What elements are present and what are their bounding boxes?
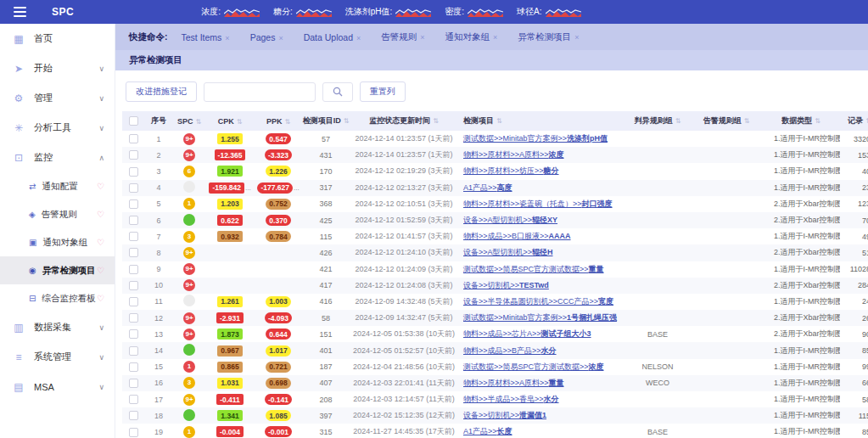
row-checkbox[interactable] — [129, 428, 138, 437]
project-link[interactable]: 测试数据>>简易SPC官方测试数据>>浓度 — [463, 362, 604, 371]
reset-columns-button[interactable]: 重置列 — [360, 81, 406, 102]
project-link[interactable]: 物料>>成品>>芯片A>>测试子组大小3 — [463, 329, 591, 338]
sort-icon[interactable]: ⇅ — [284, 118, 290, 126]
search-input[interactable] — [204, 82, 316, 102]
row-checkbox[interactable] — [129, 167, 138, 177]
sidebar-subitem-anomaly-detection[interactable]: ◉ 异常检测项目 ♡ — [0, 256, 115, 284]
quick-command-tab[interactable]: Test Items × — [182, 32, 230, 42]
hamburger-menu-icon[interactable] — [14, 7, 26, 17]
sort-icon[interactable]: ⇅ — [433, 117, 439, 125]
sidebar-subitem-notify-group[interactable]: ▣ 通知对象组 ♡ — [0, 228, 115, 256]
column-header[interactable]: SPC⇅ — [173, 111, 205, 131]
column-header-label: 数据类型 — [781, 116, 812, 125]
column-header[interactable]: 检测项目ID⇅ — [302, 111, 350, 131]
row-checkbox[interactable] — [129, 216, 138, 225]
row-checkbox[interactable] — [129, 395, 138, 404]
close-icon[interactable]: × — [493, 33, 497, 42]
quick-command-tab[interactable]: 告警规则 × — [381, 31, 424, 43]
project-link[interactable]: 物料>>半成品>>香皂>>水分 — [463, 395, 559, 403]
close-icon[interactable]: × — [356, 34, 361, 42]
column-header[interactable]: 检测项目⇅ — [458, 111, 624, 131]
row-checkbox[interactable] — [129, 281, 138, 290]
project-link[interactable]: 测试数据>>Minitab官方案例>>洗涤剂pH值 — [463, 134, 608, 143]
project-link[interactable]: 物料>>成品>>B口服液>>AAAA — [463, 232, 571, 240]
row-checkbox[interactable] — [129, 265, 138, 274]
close-icon[interactable]: × — [420, 33, 424, 42]
sidebar-item-data-collection[interactable]: ▥ 数据采集 ∨ — [0, 312, 115, 342]
row-checkbox[interactable] — [129, 411, 138, 420]
sort-icon[interactable]: ⇅ — [344, 117, 350, 125]
column-header[interactable]: 监控状态更新时间⇅ — [350, 111, 458, 131]
row-checkbox[interactable] — [129, 199, 138, 209]
project-link[interactable]: 物料>>原材料>>A原料>>重量 — [463, 379, 564, 387]
column-header[interactable]: 记录⇅ — [840, 111, 868, 131]
row-checkbox[interactable] — [129, 297, 138, 306]
project-link[interactable]: 设备>>半导体晶圆切割机>>CCC产品>>宽度 — [463, 297, 613, 306]
row-checkbox[interactable] — [129, 150, 138, 160]
column-header[interactable]: PPK⇅ — [255, 111, 302, 131]
sidebar-subitem-alert-rules[interactable]: ◈ 告警规则 ♡ — [0, 200, 115, 228]
project-link[interactable]: 设备>>A型切割机>>辊径XY — [463, 216, 557, 224]
sidebar-subitem-monitor-dashboard[interactable]: ⊟ 综合监控看板 ♡ — [0, 284, 115, 312]
sort-icon[interactable]: ⇅ — [815, 117, 820, 125]
sidebar-item-monitoring[interactable]: ⊡ 监控 ∧ — [0, 143, 115, 172]
row-checkbox[interactable] — [129, 313, 138, 323]
search-button[interactable] — [322, 82, 353, 102]
sort-icon[interactable]: ⇅ — [675, 117, 681, 125]
status-update-time: 2024-12-04 21:48:56 (10天前) — [350, 359, 458, 375]
favorite-heart-icon[interactable]: ♡ — [97, 294, 104, 303]
sidebar-item-msa[interactable]: ▤ MSA ∨ — [0, 372, 115, 402]
row-checkbox[interactable] — [129, 134, 138, 143]
select-all-checkbox[interactable] — [129, 116, 138, 126]
quick-command-tab[interactable]: Data Upload × — [304, 32, 361, 42]
project-link[interactable]: 设备>>A型切割机>>辊径H — [463, 248, 553, 256]
favorite-heart-icon[interactable]: ♡ — [97, 182, 104, 191]
project-link[interactable]: 测试数据>>简易SPC官方测试数据>>重量 — [463, 265, 604, 273]
sidebar-item-analysis-tools[interactable]: ✳ 分析工具 ∨ — [0, 113, 115, 143]
project-name: AAAA — [549, 232, 571, 240]
column-header[interactable]: 数据类型⇅ — [762, 111, 840, 131]
row-checkbox[interactable] — [129, 346, 138, 356]
close-icon[interactable]: × — [574, 33, 579, 42]
project-link[interactable]: 物料>>成品>>B产品>>水分 — [463, 346, 557, 355]
sidebar-item-home[interactable]: ▦ 首页 — [0, 24, 115, 53]
project-link[interactable]: A1产品>>高度 — [463, 183, 512, 192]
column-header[interactable]: 序号 — [144, 111, 173, 131]
improvement-register-button[interactable]: 改进措施登记 — [126, 81, 197, 102]
sort-icon[interactable]: ⇅ — [744, 117, 750, 125]
column-header[interactable]: CPK⇅ — [205, 111, 255, 131]
close-icon[interactable]: × — [278, 34, 283, 42]
project-link[interactable]: 物料>>原材料>>纺压>>糖分 — [463, 166, 559, 175]
sidebar-item-system-management[interactable]: ≡ 系统管理 ∨ — [0, 342, 115, 372]
sidebar-item-manage[interactable]: ⚙ 管理 ∨ — [0, 83, 115, 113]
column-header[interactable]: 告警规则组⇅ — [691, 111, 762, 131]
close-icon[interactable]: × — [225, 34, 229, 42]
column-header[interactable]: 判异规则组⇅ — [624, 111, 691, 131]
sort-icon[interactable]: ⇅ — [237, 118, 243, 126]
row-checkbox[interactable] — [129, 232, 138, 241]
alarm-rule-group — [691, 326, 762, 342]
row-checkbox[interactable] — [129, 362, 138, 372]
project-link[interactable]: 测试数据>>Minitab官方案例>>1号捆扎绳压强 — [463, 313, 617, 322]
project-link[interactable]: 物料>>原材料>>A原料>>浓度 — [463, 150, 564, 159]
favorite-heart-icon[interactable]: ♡ — [97, 238, 104, 247]
row-checkbox[interactable] — [129, 329, 138, 339]
sort-icon[interactable]: ⇅ — [496, 117, 502, 125]
data-type: 2.适用于Xbar控制图 — [762, 326, 840, 342]
row-checkbox[interactable] — [129, 248, 138, 257]
row-checkbox[interactable] — [129, 379, 138, 388]
favorite-heart-icon[interactable]: ♡ — [97, 266, 104, 275]
sort-icon[interactable]: ⇅ — [195, 118, 201, 126]
project-link[interactable]: 物料>>原材料>>瓷盖碗（托盘）>>封口强度 — [463, 199, 613, 208]
quick-command-tab[interactable]: 异常检测项目 × — [518, 31, 579, 43]
project-link[interactable]: A1产品>>长度 — [463, 427, 512, 435]
quick-command-tab[interactable]: 通知对象组 × — [445, 31, 498, 43]
favorite-heart-icon[interactable]: ♡ — [97, 210, 104, 219]
quick-command-tab[interactable]: Pages × — [250, 32, 283, 42]
row-checkbox[interactable] — [129, 183, 138, 193]
project-link[interactable]: 设备>>切割机>>TESTwd — [463, 281, 549, 289]
sidebar-item-start[interactable]: ➤ 开始 ∨ — [0, 53, 115, 83]
sidebar-subitem-notify-config[interactable]: ⇄ 通知配置 ♡ — [0, 172, 115, 200]
project-link[interactable]: 设备>>切割机>>泄漏值1 — [463, 411, 546, 419]
sparkline-chart — [468, 7, 503, 18]
